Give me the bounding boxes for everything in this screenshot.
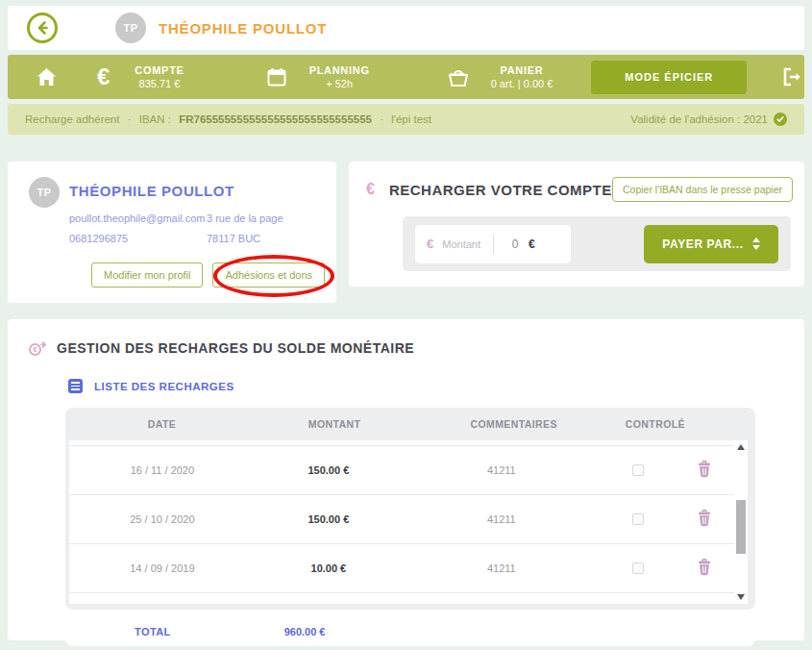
table-header-row: DATE MONTANT COMMENTAIRES CONTROLÉ	[65, 408, 755, 440]
profile-card: TP THÉOPHILE POULLOT poullot.theophile@g…	[8, 162, 336, 303]
avatar: TP	[115, 12, 146, 43]
recharge-card: € RECHARGER VOTRE COMPTE Copier l'IBAN d…	[349, 162, 804, 287]
page-title: THÉOPHILE POULLOT	[159, 20, 327, 37]
column-header-commentaires: COMMENTAIRES	[410, 418, 617, 430]
profile-phone: 0681296875	[69, 233, 207, 244]
profile-contact-info: poullot.theophile@gmail.com 3 rue de la …	[69, 212, 283, 244]
column-header-montant: MONTANT	[258, 418, 410, 430]
panier-summary: 0 art. | 0.00 €	[491, 78, 554, 89]
profile-name: THÉOPHILE POULLOT	[69, 183, 234, 199]
euro-coin-icon: €	[366, 181, 375, 198]
montant-input[interactable]	[502, 238, 529, 251]
back-button[interactable]	[27, 12, 58, 43]
mode-epicier-button[interactable]: MODE ÉPICIER	[591, 61, 747, 94]
liste-recharges-title: LISTE DES RECHARGES	[94, 381, 234, 392]
montant-placeholder: Montant	[442, 238, 480, 250]
table-row: 16 / 11 / 2020 150.00 € 41211	[69, 446, 734, 495]
scroll-up-arrow[interactable]	[737, 444, 745, 450]
compte-label: COMPTE	[135, 64, 184, 76]
recharges-table: DATE MONTANT COMMENTAIRES CONTROLÉ 16 / …	[65, 408, 755, 610]
payer-par-button[interactable]: PAYER PAR...	[644, 225, 778, 263]
cell-commentaire: 41211	[402, 464, 602, 476]
delete-row-button[interactable]	[697, 558, 712, 579]
table-row: 25 / 10 / 2020 150.00 € 41211	[69, 495, 734, 544]
updown-arrows-icon	[752, 238, 760, 250]
iban-value: FR76555555555555555555555555555	[179, 113, 372, 125]
panier-label: PANIER	[491, 64, 554, 76]
profile-email: poullot.theophile@gmail.com	[69, 212, 207, 224]
planning-label: PLANNING	[309, 64, 370, 76]
check-circle-icon	[774, 112, 787, 126]
planning-hours: + 52h	[309, 78, 370, 89]
adhesions-dons-button[interactable]: Adhésions et dons	[212, 262, 325, 288]
total-value: 960.00 €	[284, 626, 326, 638]
profile-address-line1: 3 rue de la page	[207, 212, 283, 224]
profile-address-line2: 78117 BUC	[207, 233, 283, 244]
profile-avatar: TP	[29, 177, 60, 208]
cell-montant: 10.00 €	[256, 562, 402, 574]
delete-row-button[interactable]	[697, 460, 712, 481]
arrow-left-icon	[35, 20, 50, 36]
cell-montant: 150.00 €	[256, 464, 402, 476]
cell-date: 25 / 10 / 2020	[69, 513, 256, 525]
euro-icon[interactable]: €	[97, 65, 110, 88]
breadcrumb-bar: Recharge adhérent · IBAN : FR76555555555…	[8, 104, 804, 135]
trash-icon	[697, 558, 712, 576]
compte-balance: 835.71 €	[135, 78, 184, 89]
scrollbar-thumb[interactable]	[736, 500, 746, 554]
store-name: l'épi test	[391, 113, 431, 125]
total-row: TOTAL 960.00 €	[65, 617, 755, 646]
currency-suffix: €	[529, 238, 535, 251]
montant-zone: € Montant € PAYER PAR...	[403, 216, 791, 271]
basket-icon[interactable]	[447, 67, 470, 88]
breadcrumb-separator: ·	[380, 113, 383, 125]
breadcrumb: Recharge adhérent · IBAN : FR76555555555…	[25, 113, 436, 125]
column-header-date: DATE	[65, 418, 258, 430]
trash-icon	[697, 509, 712, 527]
page: TP THÉOPHILE POULLOT € COMPTE 835.71 € P…	[0, 0, 812, 646]
top-header-bar: TP THÉOPHILE POULLOT	[8, 6, 804, 50]
total-label: TOTAL	[135, 626, 171, 638]
modify-profile-button[interactable]: Modifier mon profil	[91, 262, 203, 288]
table-scroll-viewport: 16 / 11 / 2020 150.00 € 41211	[69, 440, 748, 604]
main-nav-bar: € COMPTE 835.71 € PLANNING + 52h P	[8, 55, 804, 99]
cell-date: 16 / 11 / 2020	[69, 464, 256, 476]
trash-icon	[697, 460, 712, 478]
delete-row-button[interactable]	[697, 509, 712, 530]
nav-compte[interactable]: COMPTE 835.71 €	[135, 64, 184, 89]
controle-checkbox[interactable]	[632, 513, 644, 525]
recharge-title: RECHARGER VOTRE COMPTE	[389, 182, 612, 198]
gestion-title: GESTION DES RECHARGES DU SOLDE MONÉTAIRE	[57, 340, 414, 356]
euro-coin-icon: €	[427, 237, 433, 251]
calendar-icon[interactable]	[267, 67, 286, 87]
list-icon	[68, 379, 83, 393]
cell-commentaire: 41211	[402, 562, 602, 574]
copy-iban-button[interactable]: Copier l'IBAN dans le presse papier	[612, 177, 793, 202]
controle-checkbox[interactable]	[632, 562, 644, 574]
scroll-down-arrow[interactable]	[737, 594, 745, 600]
membership-validity: Validité de l'adhésion : 2021	[630, 112, 787, 126]
table-row: 14 / 09 / 2019 10.00 € 41211	[69, 544, 734, 593]
montant-input-box[interactable]: € Montant €	[415, 225, 571, 263]
column-header-controle: CONTROLÉ	[617, 418, 693, 430]
home-icon[interactable]	[37, 67, 57, 87]
payer-par-label: PAYER PAR...	[662, 238, 743, 251]
cell-date: 14 / 09 / 2019	[69, 562, 256, 574]
validity-text: Validité de l'adhésion : 2021	[630, 113, 768, 125]
cell-montant: 150.00 €	[256, 513, 402, 525]
cell-commentaire: 41211	[402, 513, 602, 525]
gestion-recharges-card: € GESTION DES RECHARGES DU SOLDE MONÉTAI…	[8, 319, 804, 640]
controle-checkbox[interactable]	[632, 464, 644, 476]
iban-label: IBAN :	[139, 113, 171, 125]
logout-icon[interactable]	[781, 66, 802, 88]
nav-panier[interactable]: PANIER 0 art. | 0.00 €	[491, 64, 554, 89]
nav-planning[interactable]: PLANNING + 52h	[309, 64, 370, 89]
breadcrumb-separator: ·	[128, 113, 132, 125]
input-divider	[493, 235, 494, 254]
vertical-scrollbar[interactable]	[734, 440, 748, 604]
breadcrumb-page: Recharge adhérent	[25, 113, 119, 125]
recharge-coin-arrow-icon: €	[29, 341, 45, 356]
